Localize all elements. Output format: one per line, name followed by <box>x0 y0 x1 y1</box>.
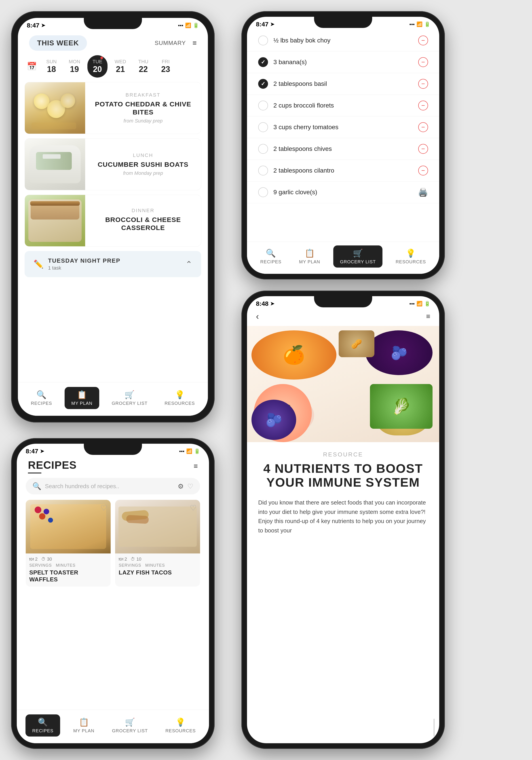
summary-button[interactable]: SUMMARY <box>155 40 186 46</box>
grocery-text-3: 2 cups broccoli florets <box>273 102 418 109</box>
prep-text: TUESDAY NIGHT PREP 1 task <box>48 257 121 271</box>
cal-label-mon: MON <box>69 59 80 65</box>
servings-icon-spelt: 🍽 <box>29 556 34 562</box>
recipes-nav-recipes[interactable]: 🔍 RECIPES <box>25 714 60 736</box>
lunch-card[interactable]: LUNCH CUCUMBER SUSHI BOATS from Monday p… <box>24 138 201 190</box>
cal-day-tue[interactable]: TUE 20 <box>87 55 108 77</box>
grocery-item-6[interactable]: 2 tablespoons cilantro − <box>247 160 439 181</box>
recipe-card-spelt[interactable]: ♡ 🍽 2 ⏱ 30 SERVINGS MINUTES SPELT TOASTE… <box>26 500 111 587</box>
nav-resources-icon: 💡 <box>175 390 185 400</box>
nav-grocery-label: GROCERY LIST <box>112 401 148 406</box>
grocery-check-5[interactable] <box>258 144 268 154</box>
phone3-wifi-icon: 📶 <box>186 449 192 454</box>
recipes-title: RECIPES <box>28 459 77 471</box>
cal-day-mon[interactable]: MON 19 <box>64 55 85 77</box>
grocery-item-1[interactable]: 3 banana(s) − <box>247 51 439 73</box>
recipe-card-fish[interactable]: ♡ 🍽 2 ⏱ 10 SERVINGS MINUTES LAZY FISH TA… <box>115 500 200 587</box>
grocery-nav-recipes[interactable]: 🔍 RECIPES <box>256 246 286 267</box>
recipe-heart-fish[interactable]: ♡ <box>190 503 197 512</box>
recipes-menu-icon[interactable]: ≡ <box>194 462 198 470</box>
grocery-item-0[interactable]: ½ lbs baby bok choy − <box>247 30 439 51</box>
prep-chevron-icon[interactable]: ⌃ <box>185 260 192 269</box>
breakfast-card[interactable]: BREAKFAST POTATO CHEDDAR & CHIVE BITES f… <box>24 82 201 134</box>
grocery-remove-1[interactable]: − <box>418 57 428 67</box>
nav-my-plan[interactable]: 📋 MY PLAN <box>65 387 99 409</box>
cal-num-tue: 20 <box>93 65 102 74</box>
search-input[interactable]: Search hundreds of recipes.. <box>45 483 174 490</box>
search-icon: 🔍 <box>32 482 41 491</box>
cal-num-fri: 23 <box>161 65 170 74</box>
favorite-icon[interactable]: ♡ <box>187 482 193 490</box>
grocery-check-0[interactable] <box>258 35 268 45</box>
grocery-remove-0[interactable]: − <box>418 35 428 45</box>
phone2-notch <box>314 17 372 28</box>
lunch-type: LUNCH <box>92 153 194 158</box>
cal-day-fri[interactable]: FRI 23 <box>156 55 176 77</box>
resource-body: Did you know that there are select foods… <box>247 498 439 535</box>
servings-label-spelt: SERVINGS MINUTES <box>26 563 111 569</box>
grocery-nav-resources-icon: 💡 <box>406 249 416 258</box>
grocery-check-7[interactable] <box>258 187 268 197</box>
filter-icon[interactable]: ⚙ <box>178 482 184 490</box>
recipe-time-spelt: ⏱ 30 <box>41 556 52 562</box>
phone4-screen: 8:48 ➤ ▪▪▪ 📶 🔋 ‹ ≡ 🍊 🫐 <box>247 296 439 743</box>
grocery-nav-resources[interactable]: 💡 RESOURCES <box>391 246 430 267</box>
nav-resources[interactable]: 💡 RESOURCES <box>160 388 199 408</box>
grocery-remove-6[interactable]: − <box>418 166 428 175</box>
recipe-heart-spelt[interactable]: ♡ <box>100 503 107 512</box>
nav-grocery[interactable]: 🛒 GROCERY LIST <box>107 388 152 408</box>
cal-day-sun[interactable]: SUN 18 <box>41 55 62 77</box>
grocery-remove-4[interactable]: − <box>418 122 428 132</box>
recipes-nav-resources[interactable]: 💡 RESOURCES <box>161 715 200 736</box>
grocery-check-2[interactable] <box>258 79 268 89</box>
back-button[interactable]: ‹ <box>256 311 259 321</box>
grocery-remove-2[interactable]: − <box>418 79 428 89</box>
grocery-check-4[interactable] <box>258 122 268 132</box>
phone3-battery-icon: 🔋 <box>194 449 200 454</box>
cal-num-wed: 21 <box>116 65 125 74</box>
nav-recipes[interactable]: 🔍 RECIPES <box>26 388 57 408</box>
grocery-item-5[interactable]: 2 tablespoons chives − <box>247 138 439 160</box>
grocery-check-1[interactable] <box>258 57 268 67</box>
prep-title: TUESDAY NIGHT PREP <box>48 257 121 264</box>
dinner-info: DINNER BROCCOLI & CHEESE CASSEROLE <box>85 203 201 238</box>
search-bar[interactable]: 🔍 Search hundreds of recipes.. ⚙ ♡ <box>26 478 200 495</box>
prep-card[interactable]: ✏️ TUESDAY NIGHT PREP 1 task ⌃ <box>24 251 201 277</box>
grocery-item-7[interactable]: 9 garlic clove(s) 🖨️ <box>247 181 439 203</box>
recipes-nav-myplan[interactable]: 📋 MY PLAN <box>69 715 99 736</box>
dinner-card[interactable]: DINNER BROCCOLI & CHEESE CASSEROLE <box>24 195 201 247</box>
grocery-check-3[interactable] <box>258 101 268 111</box>
grocery-item-2[interactable]: 2 tablespoons basil − <box>247 73 439 95</box>
grocery-remove-5[interactable]: − <box>418 144 428 154</box>
phone3-status-icons: ▪▪▪ 📶 🔋 <box>179 449 200 454</box>
phone1-bottom-nav: 🔍 RECIPES 📋 MY PLAN 🛒 GROCERY LIST 💡 RES… <box>18 382 208 416</box>
phone2-battery-icon: 🔋 <box>424 22 430 27</box>
grocery-check-6[interactable] <box>258 166 268 175</box>
cal-label-fri: FRI <box>162 59 169 65</box>
lunch-info: LUNCH CUCUMBER SUSHI BOATS from Monday p… <box>85 148 201 181</box>
grocery-nav-grocery-icon: 🛒 <box>353 249 363 258</box>
grocery-nav-myplan-label: MY PLAN <box>299 259 320 264</box>
recipe-name-fish: LAZY FISH TACOS <box>115 569 200 580</box>
calendar-strip: 📅 SUN 18 MON 19 TUE 20 WED 21 THU 22 <box>18 53 208 82</box>
resource-menu-icon[interactable]: ≡ <box>426 312 430 320</box>
grocery-nav-grocery[interactable]: 🛒 GROCERY LIST <box>333 245 382 267</box>
grocery-item-4[interactable]: 3 cups cherry tomatoes − <box>247 117 439 138</box>
phone1-status-icons: ▪▪▪ 📶 🔋 <box>178 23 199 28</box>
grocery-item-3[interactable]: 2 cups broccoli florets − <box>247 95 439 117</box>
phone2-screen: 8:47 ➤ ▪▪▪ 📶 🔋 ½ lbs baby bok choy − 3 b… <box>247 17 439 274</box>
recipes-nav-resources-icon: 💡 <box>175 718 185 727</box>
recipe-servings-fish: 🍽 2 <box>119 556 127 562</box>
cal-day-thu[interactable]: THU 22 <box>133 55 153 77</box>
recipe-grid: ♡ 🍽 2 ⏱ 30 SERVINGS MINUTES SPELT TOASTE… <box>17 500 209 587</box>
print-icon[interactable]: 🖨️ <box>418 188 428 197</box>
menu-icon[interactable]: ≡ <box>192 39 197 47</box>
phone2-location-icon: ➤ <box>270 22 274 27</box>
cal-day-wed[interactable]: WED 21 <box>110 55 131 77</box>
plan-header-right: SUMMARY ≡ <box>155 39 197 47</box>
recipes-nav-grocery[interactable]: 🛒 GROCERY LIST <box>108 715 152 736</box>
grocery-remove-3[interactable]: − <box>418 101 428 111</box>
grocery-nav-myplan[interactable]: 📋 MY PLAN <box>295 246 324 267</box>
plan-title: THIS WEEK <box>29 35 87 51</box>
recipes-nav-grocery-label: GROCERY LIST <box>112 728 148 734</box>
